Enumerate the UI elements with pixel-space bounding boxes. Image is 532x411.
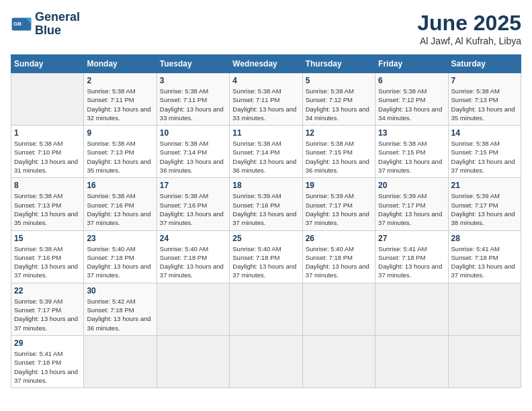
calendar-cell: 20 Sunrise: 5:39 AM Sunset: 7:17 PM Dayl… [375,178,448,230]
day-number: 12 [306,128,372,138]
calendar-cell: 29 Sunrise: 5:41 AM Sunset: 7:18 PM Dayl… [11,335,84,387]
calendar-cell: 19 Sunrise: 5:39 AM Sunset: 7:17 PM Dayl… [302,178,375,230]
day-info: Sunrise: 5:40 AM Sunset: 7:18 PM Dayligh… [87,244,153,280]
day-number: 15 [14,234,81,243]
logo-icon: GB [11,13,32,35]
calendar-week: 8 Sunrise: 5:38 AM Sunset: 7:13 PM Dayli… [11,178,521,230]
day-number: 10 [160,128,226,138]
day-number: 6 [378,76,445,85]
day-info: Sunrise: 5:39 AM Sunset: 7:17 PM Dayligh… [14,297,81,332]
calendar-cell: 27 Sunrise: 5:41 AM Sunset: 7:18 PM Dayl… [375,230,448,283]
day-info: Sunrise: 5:39 AM Sunset: 7:17 PM Dayligh… [378,191,445,227]
location-title: Al Jawf, Al Kufrah, Libya [417,36,521,46]
calendar-cell [157,283,229,335]
calendar-week: 2 Sunrise: 5:38 AM Sunset: 7:11 PM Dayli… [11,73,521,126]
calendar-table: SundayMondayTuesdayWednesdayThursdayFrid… [11,54,521,388]
day-number: 1 [14,128,81,138]
day-info: Sunrise: 5:38 AM Sunset: 7:12 PM Dayligh… [378,87,445,122]
column-header-thursday: Thursday [302,55,375,73]
day-number: 3 [160,76,226,85]
day-number: 30 [87,286,153,295]
day-info: Sunrise: 5:38 AM Sunset: 7:16 PM Dayligh… [160,191,226,227]
day-number: 22 [14,286,81,295]
calendar-week: 1 Sunrise: 5:38 AM Sunset: 7:10 PM Dayli… [11,126,521,178]
day-info: Sunrise: 5:42 AM Sunset: 7:18 PM Dayligh… [87,297,153,332]
day-info: Sunrise: 5:39 AM Sunset: 7:17 PM Dayligh… [451,191,518,227]
calendar-cell [375,335,448,387]
logo: GB General Blue [11,11,80,38]
calendar-cell [157,335,229,387]
svg-text:GB: GB [13,20,21,26]
calendar-cell: 4 Sunrise: 5:38 AM Sunset: 7:11 PM Dayli… [230,73,302,126]
calendar-cell: 21 Sunrise: 5:39 AM Sunset: 7:17 PM Dayl… [448,178,521,230]
calendar-cell: 30 Sunrise: 5:42 AM Sunset: 7:18 PM Dayl… [84,283,157,335]
day-number: 13 [378,128,445,138]
calendar-cell: 26 Sunrise: 5:40 AM Sunset: 7:18 PM Dayl… [302,230,375,283]
day-info: Sunrise: 5:40 AM Sunset: 7:18 PM Dayligh… [160,244,226,280]
day-number: 27 [378,234,445,243]
calendar-cell [11,73,84,126]
calendar-cell: 3 Sunrise: 5:38 AM Sunset: 7:11 PM Dayli… [157,73,229,126]
calendar-cell: 8 Sunrise: 5:38 AM Sunset: 7:13 PM Dayli… [11,178,84,230]
calendar-cell: 28 Sunrise: 5:41 AM Sunset: 7:18 PM Dayl… [448,230,521,283]
calendar-cell: 2 Sunrise: 5:38 AM Sunset: 7:11 PM Dayli… [84,73,157,126]
day-number: 25 [232,234,299,243]
day-number: 26 [306,234,372,243]
day-info: Sunrise: 5:41 AM Sunset: 7:18 PM Dayligh… [378,244,445,280]
day-info: Sunrise: 5:38 AM Sunset: 7:14 PM Dayligh… [160,139,226,175]
day-info: Sunrise: 5:38 AM Sunset: 7:15 PM Dayligh… [451,139,518,175]
title-block: June 2025 Al Jawf, Al Kufrah, Libya [417,11,521,46]
day-number: 8 [14,181,81,190]
day-number: 20 [378,181,445,190]
calendar-cell: 12 Sunrise: 5:38 AM Sunset: 7:15 PM Dayl… [302,126,375,178]
day-info: Sunrise: 5:41 AM Sunset: 7:18 PM Dayligh… [451,244,518,280]
calendar-cell [230,283,302,335]
calendar-cell: 9 Sunrise: 5:38 AM Sunset: 7:13 PM Dayli… [84,126,157,178]
day-number: 2 [87,76,153,85]
page-header: GB General Blue June 2025 Al Jawf, Al Ku… [11,11,521,46]
day-number: 21 [451,181,518,190]
day-info: Sunrise: 5:38 AM Sunset: 7:10 PM Dayligh… [14,139,81,175]
calendar-cell: 10 Sunrise: 5:38 AM Sunset: 7:14 PM Dayl… [157,126,229,178]
calendar-cell: 22 Sunrise: 5:39 AM Sunset: 7:17 PM Dayl… [11,283,84,335]
day-info: Sunrise: 5:38 AM Sunset: 7:13 PM Dayligh… [14,191,81,227]
day-number: 5 [306,76,372,85]
calendar-cell: 7 Sunrise: 5:38 AM Sunset: 7:13 PM Dayli… [448,73,521,126]
column-header-friday: Friday [375,55,448,73]
calendar-cell: 15 Sunrise: 5:38 AM Sunset: 7:16 PM Dayl… [11,230,84,283]
day-info: Sunrise: 5:41 AM Sunset: 7:18 PM Dayligh… [14,349,81,385]
calendar-cell: 6 Sunrise: 5:38 AM Sunset: 7:12 PM Dayli… [375,73,448,126]
day-info: Sunrise: 5:38 AM Sunset: 7:12 PM Dayligh… [306,87,372,122]
calendar-cell: 1 Sunrise: 5:38 AM Sunset: 7:10 PM Dayli… [11,126,84,178]
calendar-cell: 18 Sunrise: 5:39 AM Sunset: 7:16 PM Dayl… [230,178,302,230]
day-number: 24 [160,234,226,243]
column-header-saturday: Saturday [448,55,521,73]
calendar-cell: 24 Sunrise: 5:40 AM Sunset: 7:18 PM Dayl… [157,230,229,283]
day-info: Sunrise: 5:40 AM Sunset: 7:18 PM Dayligh… [232,244,299,280]
day-number: 23 [87,234,153,243]
day-number: 7 [451,76,518,85]
column-header-wednesday: Wednesday [230,55,302,73]
calendar-week: 29 Sunrise: 5:41 AM Sunset: 7:18 PM Dayl… [11,335,521,387]
day-number: 29 [14,338,81,348]
calendar-cell [448,283,521,335]
month-title: June 2025 [417,11,521,36]
column-header-tuesday: Tuesday [157,55,229,73]
day-info: Sunrise: 5:39 AM Sunset: 7:16 PM Dayligh… [232,191,299,227]
day-info: Sunrise: 5:38 AM Sunset: 7:16 PM Dayligh… [87,191,153,227]
column-header-sunday: Sunday [11,55,84,73]
calendar-cell: 16 Sunrise: 5:38 AM Sunset: 7:16 PM Dayl… [84,178,157,230]
day-info: Sunrise: 5:38 AM Sunset: 7:11 PM Dayligh… [232,87,299,122]
calendar-cell: 5 Sunrise: 5:38 AM Sunset: 7:12 PM Dayli… [302,73,375,126]
day-number: 14 [451,128,518,138]
calendar-week: 22 Sunrise: 5:39 AM Sunset: 7:17 PM Dayl… [11,283,521,335]
day-number: 19 [306,181,372,190]
calendar-cell: 23 Sunrise: 5:40 AM Sunset: 7:18 PM Dayl… [84,230,157,283]
calendar-cell: 11 Sunrise: 5:38 AM Sunset: 7:14 PM Dayl… [230,126,302,178]
calendar-cell [84,335,157,387]
calendar-cell [448,335,521,387]
calendar-cell: 14 Sunrise: 5:38 AM Sunset: 7:15 PM Dayl… [448,126,521,178]
day-info: Sunrise: 5:38 AM Sunset: 7:14 PM Dayligh… [232,139,299,175]
calendar-cell: 17 Sunrise: 5:38 AM Sunset: 7:16 PM Dayl… [157,178,229,230]
day-info: Sunrise: 5:38 AM Sunset: 7:15 PM Dayligh… [306,139,372,175]
